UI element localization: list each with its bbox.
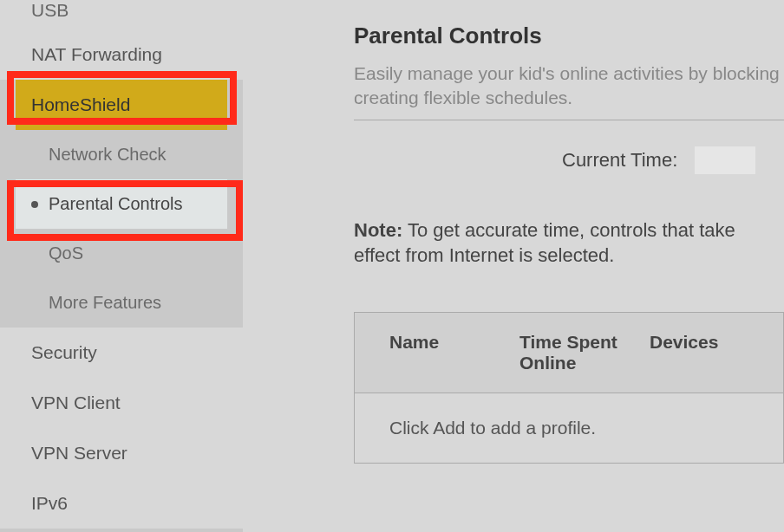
sidebar-item-network-check[interactable]: Network Check [0, 130, 243, 179]
sidebar-item-nat-forwarding[interactable]: NAT Forwarding [0, 29, 243, 80]
divider [354, 120, 784, 120]
main-content: Parental Controls Easily manage your kid… [243, 0, 784, 532]
note-label: Note: [354, 219, 402, 241]
sidebar-item-vpn-server[interactable]: VPN Server [0, 428, 243, 478]
note-body: To get accurate time, controls that take… [354, 219, 735, 267]
sidebar-item-usb[interactable]: USB [0, 0, 243, 29]
bullet-icon [31, 201, 38, 208]
sidebar-item-security[interactable]: Security [0, 328, 243, 378]
page-title: Parental Controls [354, 23, 784, 49]
current-time-value [695, 146, 755, 174]
table-empty-message: Click Add to add a profile. [355, 393, 783, 463]
sidebar: USB NAT Forwarding HomeShield Network Ch… [0, 0, 243, 532]
note-text: Note: To get accurate time, controls tha… [354, 217, 784, 269]
current-time-row: Current Time: [354, 146, 784, 174]
page-description: Easily manage your kid's online activiti… [354, 62, 784, 111]
sidebar-item-parental-controls[interactable]: Parental Controls [16, 179, 227, 229]
table-header: Name Time Spent Online Devices [355, 313, 783, 393]
sidebar-item-label: Parental Controls [49, 194, 183, 213]
sidebar-item-vpn-client[interactable]: VPN Client [0, 378, 243, 428]
profiles-table: Name Time Spent Online Devices Click Add… [354, 312, 784, 464]
current-time-label: Current Time: [562, 149, 677, 172]
sidebar-item-more-features[interactable]: More Features [0, 278, 243, 328]
col-time-spent-online: Time Spent Online [519, 332, 650, 373]
sidebar-item-qos[interactable]: QoS [0, 229, 243, 278]
col-name: Name [389, 332, 519, 373]
sidebar-item-ipv6[interactable]: IPv6 [0, 478, 243, 529]
sidebar-item-homeshield[interactable]: HomeShield [16, 80, 227, 130]
col-devices: Devices [650, 332, 748, 373]
